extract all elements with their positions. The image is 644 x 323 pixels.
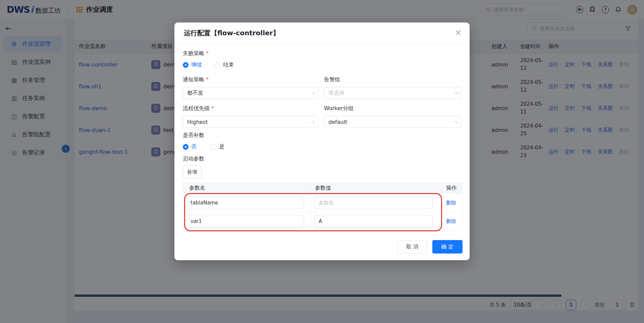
fail-policy-label: 失败策略* <box>183 50 463 57</box>
param-name-input[interactable] <box>186 215 304 228</box>
priority-value: Highest <box>187 119 208 125</box>
priority-label: 流程优先级* <box>183 105 318 112</box>
required-mark: * <box>206 50 209 57</box>
backfill-label: 是否补数 <box>183 132 463 139</box>
radio-label: 是 <box>219 143 224 150</box>
radio-label: 继续 <box>191 61 202 68</box>
radio-end[interactable]: 结束 <box>215 61 234 68</box>
worker-group-select[interactable]: default <box>324 116 461 128</box>
required-mark: * <box>211 105 214 112</box>
radio-continue[interactable]: 继续 <box>183 61 202 68</box>
required-mark: * <box>206 76 209 84</box>
worker-group-label: Worker分组 <box>324 105 461 112</box>
param-row: 删除 <box>183 194 462 212</box>
param-value-input[interactable] <box>315 215 433 228</box>
radio-dot <box>183 144 189 150</box>
chevron-down-icon <box>311 119 315 123</box>
chevron-down-icon <box>454 119 458 123</box>
confirm-button[interactable]: 确 定 <box>432 240 463 253</box>
chevron-down-icon <box>311 90 315 94</box>
delete-param-link[interactable]: 删除 <box>446 200 456 206</box>
param-value-header: 参数值 <box>311 183 441 193</box>
radio-no[interactable]: 否 <box>183 143 197 150</box>
param-name-input[interactable] <box>186 196 304 209</box>
notify-policy-label: 通知策略* <box>183 76 318 84</box>
worker-group-value: default <box>328 119 347 125</box>
close-icon[interactable]: × <box>455 29 462 37</box>
notify-policy-select[interactable]: 都不发 <box>183 87 318 99</box>
radio-label: 否 <box>191 143 197 150</box>
alert-group-label: 告警组 <box>324 76 461 84</box>
radio-label: 结束 <box>223 61 234 68</box>
priority-select[interactable]: Highest <box>183 116 318 128</box>
alert-group-select[interactable]: 请选择 <box>324 87 461 99</box>
delete-param-link[interactable]: 删除 <box>446 218 456 225</box>
startup-params-label: 启动参数 <box>183 155 463 163</box>
cancel-button[interactable]: 取 消 <box>397 240 427 253</box>
param-actions-header: 操作 <box>441 183 462 193</box>
radio-dot <box>183 62 189 68</box>
chevron-down-icon <box>454 90 458 94</box>
radio-yes[interactable]: 是 <box>211 143 224 150</box>
modal-title: 运行配置【flow-controller】 <box>184 29 279 38</box>
add-param-button[interactable]: 新增 <box>183 166 202 178</box>
radio-dot <box>211 144 216 150</box>
param-row: 删除 <box>183 212 462 231</box>
params-header-row: 参数名 参数值 操作 <box>183 183 462 194</box>
param-name-header: 参数名 <box>183 183 311 193</box>
params-table: 参数名 参数值 操作 删除 删除 <box>183 182 463 231</box>
run-config-modal: 运行配置【flow-controller】 × 失败策略* 继续 结束 通知策略… <box>174 22 470 260</box>
notify-policy-value: 都不发 <box>187 90 203 97</box>
radio-dot <box>215 62 220 68</box>
param-value-input[interactable] <box>315 196 433 209</box>
alert-group-placeholder: 请选择 <box>328 90 344 97</box>
